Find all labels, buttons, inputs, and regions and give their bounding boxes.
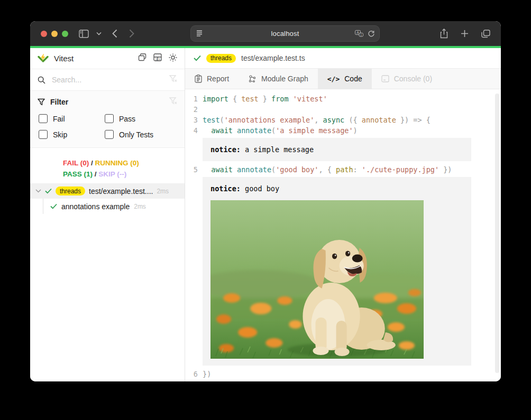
filter-checkbox-only-tests[interactable]: Only Tests [105, 130, 177, 139]
line-number: 4 [185, 125, 198, 136]
summary-line-2: PASS (1) / SKIP (--) [63, 169, 185, 180]
checkbox[interactable] [39, 130, 48, 139]
checkbox[interactable] [105, 114, 114, 123]
clipboard-icon [195, 74, 202, 83]
fail-count: FAIL (0) [63, 159, 89, 167]
code-line: 4 await annotate('a simple message') [185, 125, 501, 136]
notice-label: notice: [210, 145, 241, 154]
forward-button [129, 29, 134, 38]
checkbox[interactable] [39, 114, 48, 123]
checkbox[interactable] [105, 130, 114, 139]
test-case-duration: 2ms [134, 203, 146, 210]
file-path: test/example.test.ts [241, 54, 305, 62]
pass-check-icon [45, 188, 52, 194]
search-input[interactable] [51, 75, 164, 85]
filter-checkbox-pass[interactable]: Pass [105, 114, 177, 123]
dashboard-icon[interactable]: 3h [153, 53, 162, 64]
pool-badge: threads [56, 186, 85, 195]
pass-count: PASS (1) [63, 170, 93, 178]
code-text: await annotate('good boy', { path: './cu… [203, 164, 452, 175]
code-text: }) [203, 369, 211, 379]
traffic-lights [41, 31, 68, 37]
pool-badge: threads [206, 54, 236, 63]
svg-text:3: 3 [155, 58, 157, 60]
code-editor[interactable]: 1import { test } from 'vitest'23test('an… [185, 89, 501, 381]
filter-title: Filter [50, 98, 164, 106]
search-icon [38, 76, 45, 84]
new-tab-icon[interactable] [461, 30, 469, 38]
chevron-down-icon[interactable] [35, 189, 41, 193]
back-button[interactable] [112, 29, 117, 38]
filter-checkbox-skip[interactable]: Skip [39, 130, 105, 139]
vitest-logo-icon [38, 53, 49, 64]
vertical-scrollbar[interactable] [495, 94, 499, 373]
line-number: 7 [185, 379, 198, 381]
line-number: 6 [185, 369, 198, 379]
svg-text:h: h [159, 58, 161, 60]
tab-console: Console (0) [372, 69, 442, 89]
svg-text:A: A [356, 31, 359, 34]
sidebar-toggle-icon[interactable] [79, 30, 89, 38]
code-icon: </> [327, 75, 340, 83]
address-bar[interactable]: localhost A文 [190, 25, 380, 42]
translate-icon[interactable]: A文 [355, 30, 363, 37]
code-text: import { test } from 'vitest' [203, 94, 327, 104]
code-line: 1import { test } from 'vitest' [185, 94, 501, 104]
svg-text:文: 文 [360, 33, 363, 36]
browser-window: localhost A文 [30, 21, 501, 381]
code-line: 2 [185, 104, 501, 115]
app-title: Vitest [54, 54, 138, 63]
clear-filter-icon [169, 97, 177, 107]
annotation-notice: notice: good boy [203, 177, 471, 366]
view-tabs: Report Module Graph </> Code Console [185, 69, 501, 89]
sidebar: Vitest 3h [30, 48, 185, 381]
tab-code[interactable]: </> Code [318, 69, 372, 89]
line-number: 2 [185, 104, 198, 115]
url-text: localhost [271, 30, 299, 38]
filter-checkbox-fail[interactable]: Fail [39, 114, 105, 123]
test-case-row[interactable]: annotations example 2ms [43, 199, 185, 214]
reader-icon[interactable] [196, 30, 203, 37]
cute-puppy-image [210, 200, 424, 359]
main-panel: threads test/example.test.ts Report Modu… [185, 48, 501, 381]
tab-overview-icon[interactable] [481, 30, 490, 38]
code-text: test('annotations example', async ({ ann… [203, 115, 431, 125]
notice-label: notice: [210, 184, 241, 193]
test-file-row[interactable]: threads test/example.test.... 2ms [30, 183, 185, 199]
code-line: 5 await annotate('good boy', { path: './… [185, 164, 501, 175]
test-file-duration: 2ms [157, 188, 169, 195]
tab-report[interactable]: Report [185, 69, 239, 89]
test-file-tree: threads test/example.test.... 2ms annota… [30, 183, 185, 381]
tab-module-graph[interactable]: Module Graph [239, 69, 318, 89]
chevron-down-icon[interactable] [96, 32, 102, 35]
line-number: 1 [185, 94, 198, 104]
clear-search-filter-icon [169, 75, 177, 85]
funnel-icon [38, 98, 45, 106]
notice-message: good boy [241, 184, 279, 193]
reload-icon[interactable] [368, 30, 375, 38]
code-text: await annotate('a simple message') [203, 125, 358, 136]
code-line: 6}) [185, 369, 501, 379]
pass-check-icon [194, 55, 201, 61]
close-window-button[interactable] [41, 31, 47, 37]
theme-toggle-sun-icon[interactable] [169, 53, 177, 64]
windows-overlap-icon[interactable] [138, 53, 147, 64]
code-line: 7 [185, 379, 501, 381]
test-case-name: annotations example [61, 202, 130, 211]
console-icon [381, 75, 389, 82]
zoom-window-button[interactable] [62, 31, 68, 37]
summary-line-1: FAIL (0) / RUNNING (0) [63, 157, 185, 169]
browser-toolbar: localhost A文 [30, 21, 501, 46]
minimize-window-button[interactable] [51, 31, 58, 37]
pass-check-icon [50, 203, 57, 209]
skip-count: SKIP (--) [98, 170, 126, 178]
running-count: RUNNING (0) [95, 159, 139, 167]
filter-panel: Filter Fail Pass Skip Only Tests [30, 91, 185, 148]
notice-message: a simple message [241, 145, 314, 154]
line-number: 5 [185, 164, 198, 175]
annotation-notice: notice: a simple message [203, 138, 471, 161]
share-icon[interactable] [440, 29, 448, 39]
module-graph-icon [248, 75, 257, 83]
test-summary: FAIL (0) / RUNNING (0) PASS (1) / SKIP (… [30, 157, 185, 180]
test-file-name: test/example.test.... [89, 187, 153, 195]
